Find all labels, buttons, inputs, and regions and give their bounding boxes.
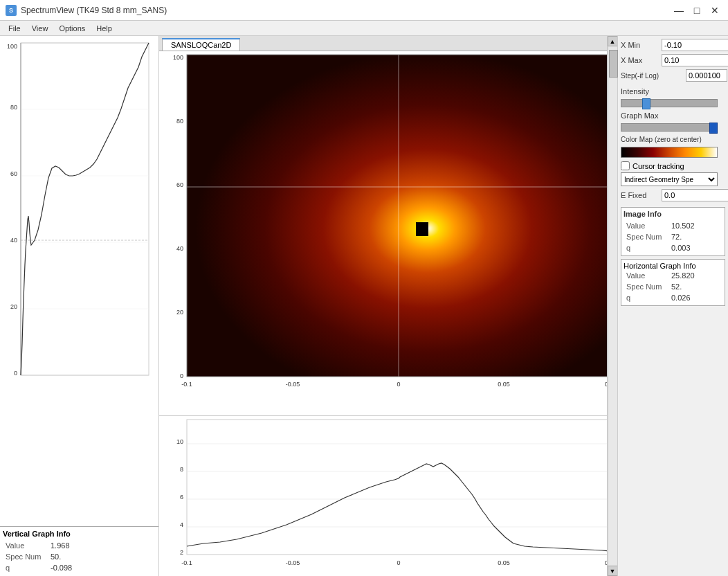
vertical-q: -0.098 <box>48 562 156 573</box>
horiz-value-row: Value 25.820 <box>624 270 722 281</box>
x-max-row: X Max <box>621 54 725 66</box>
menu-view[interactable]: View <box>26 23 54 34</box>
svg-text:40: 40 <box>10 237 17 244</box>
svg-text:-0.05: -0.05 <box>286 381 300 388</box>
bottom-graph-area: 2 4 6 8 10 -0.1 -0.05 0 0.05 0.1 <box>159 415 607 576</box>
image-value-label: Value <box>624 220 668 231</box>
image-specnum: 72. <box>668 231 722 242</box>
x-min-input[interactable] <box>662 39 728 51</box>
image-q-label: q <box>624 242 668 253</box>
horiz-q-row: q 0.026 <box>624 292 722 303</box>
svg-text:60: 60 <box>176 181 183 188</box>
intensity-slider-track[interactable] <box>621 99 718 107</box>
scroll-up-button[interactable]: ▲ <box>608 36 618 46</box>
right-panel: X Min X Max Step(-if Log) Intensity Grap… <box>617 36 728 576</box>
svg-rect-19 <box>416 222 428 236</box>
svg-text:0: 0 <box>180 372 183 379</box>
vertical-graph-canvas: 0 20 40 60 80 100 0 50 <box>0 36 158 526</box>
e-fixed-row: E Fixed <box>621 189 725 201</box>
minimize-button[interactable]: — <box>671 3 686 18</box>
scroll-thumb[interactable] <box>609 50 618 78</box>
x-min-row: X Min <box>621 39 725 51</box>
svg-text:-0.1: -0.1 <box>181 559 192 566</box>
svg-rect-18 <box>187 55 607 377</box>
svg-text:0.1: 0.1 <box>605 381 607 388</box>
horiz-graph-info-panel: Horizontal Graph Info Value 25.820 Spec … <box>621 259 725 306</box>
image-q-row: q 0.003 <box>624 242 722 253</box>
e-fixed-label: E Fixed <box>621 191 659 199</box>
intensity-slider-thumb[interactable] <box>642 98 650 109</box>
graphmax-slider-track[interactable] <box>621 123 718 132</box>
cursor-tracking-label: Cursor tracking <box>633 162 684 170</box>
step-input[interactable] <box>686 69 727 82</box>
image-info-panel: Image Info Value 10.502 Spec Num 72. q 0… <box>621 207 725 256</box>
scroll-track <box>608 46 618 566</box>
svg-text:20: 20 <box>10 303 17 310</box>
maximize-button[interactable]: □ <box>689 3 704 18</box>
e-fixed-input[interactable] <box>662 189 728 201</box>
svg-text:100: 100 <box>173 54 183 61</box>
close-button[interactable]: ✕ <box>707 3 722 18</box>
x-max-input[interactable] <box>662 54 728 66</box>
vertical-info-value-row: Value 1.968 <box>3 540 156 551</box>
plot-2d-svg: 0 20 40 60 80 100 -0.1 -0.05 0 0.05 0.1 <box>159 51 607 392</box>
step-row: Step(-if Log) <box>621 69 725 82</box>
svg-text:0.05: 0.05 <box>498 559 510 566</box>
plot-2d-wrapper[interactable]: 0 20 40 60 80 100 -0.1 -0.05 0 0.05 0.1 <box>159 51 607 415</box>
window-controls: — □ ✕ <box>671 3 722 18</box>
svg-text:100: 100 <box>7 43 17 50</box>
vertical-specnum-label: Spec Num <box>3 551 48 562</box>
vertical-specnum: 50. <box>48 551 156 562</box>
horiz-specnum-row: Spec Num 52. <box>624 281 722 292</box>
svg-text:80: 80 <box>176 118 183 125</box>
vertical-info-table: Value 1.968 Spec Num 50. q -0.098 <box>3 540 156 573</box>
title-bar-left: S SpectrumView (TK49 Std 8 mm_SANS) <box>6 5 167 16</box>
svg-text:0: 0 <box>397 381 400 388</box>
scroll-down-button[interactable]: ▼ <box>608 566 618 576</box>
svg-text:40: 40 <box>176 245 183 252</box>
intensity-label: Intensity <box>621 87 725 96</box>
horiz-q-label: q <box>624 292 668 303</box>
image-q: 0.003 <box>668 242 722 253</box>
horiz-specnum: 52. <box>668 281 722 292</box>
vertical-graph-svg: 0 20 40 60 80 100 0 50 <box>0 36 158 379</box>
vertical-info-q-row: q -0.098 <box>3 562 156 573</box>
tab-bar: SANSLOQCan2D <box>159 36 607 51</box>
svg-text:0: 0 <box>397 559 400 566</box>
right-scroll-area: ▲ ▼ <box>607 36 617 576</box>
image-specnum-label: Spec Num <box>624 231 668 242</box>
graphmax-slider-thumb[interactable] <box>709 123 718 134</box>
svg-rect-0 <box>21 43 149 375</box>
vertical-graph-info: Vertical Graph Info Value 1.968 Spec Num… <box>0 526 158 576</box>
svg-text:-0.05: -0.05 <box>286 559 300 566</box>
window-title: SpectrumView (TK49 Std 8 mm_SANS) <box>21 6 167 15</box>
svg-text:0: 0 <box>14 370 17 377</box>
vertical-q-label: q <box>3 562 48 573</box>
tab-sansloqcan2d[interactable]: SANSLOQCan2D <box>162 38 240 51</box>
vertical-value: 1.968 <box>48 540 156 551</box>
horiz-q: 0.026 <box>668 292 722 303</box>
horiz-value: 25.820 <box>668 270 722 281</box>
svg-text:6: 6 <box>180 494 183 501</box>
colormap-bar <box>621 147 718 158</box>
svg-text:10: 10 <box>176 438 183 445</box>
horiz-info-table: Value 25.820 Spec Num 52. q 0.026 <box>624 270 722 303</box>
cursor-tracking-row: Cursor tracking <box>621 161 725 170</box>
color-map-label: Color Map (zero at center) <box>621 136 725 143</box>
menu-file[interactable]: File <box>3 23 26 34</box>
svg-text:0.05: 0.05 <box>498 381 510 388</box>
menu-options[interactable]: Options <box>53 23 91 34</box>
svg-text:20: 20 <box>176 309 183 316</box>
x-min-label: X Min <box>621 41 659 49</box>
image-value: 10.502 <box>668 220 722 231</box>
horiz-graph-info-title: Horizontal Graph Info <box>624 262 722 270</box>
menu-help[interactable]: Help <box>91 23 118 34</box>
geometry-dropdown[interactable]: Indirect Geometry Spe <box>621 172 718 186</box>
x-max-label: X Max <box>621 56 659 64</box>
cursor-tracking-checkbox[interactable] <box>621 161 630 170</box>
svg-text:0.1: 0.1 <box>605 559 607 566</box>
svg-text:-0.1: -0.1 <box>181 381 192 388</box>
bottom-graph-svg: 2 4 6 8 10 -0.1 -0.05 0 0.05 0.1 <box>159 416 607 576</box>
svg-text:2: 2 <box>180 549 183 556</box>
vertical-info-specnum-row: Spec Num 50. <box>3 551 156 562</box>
